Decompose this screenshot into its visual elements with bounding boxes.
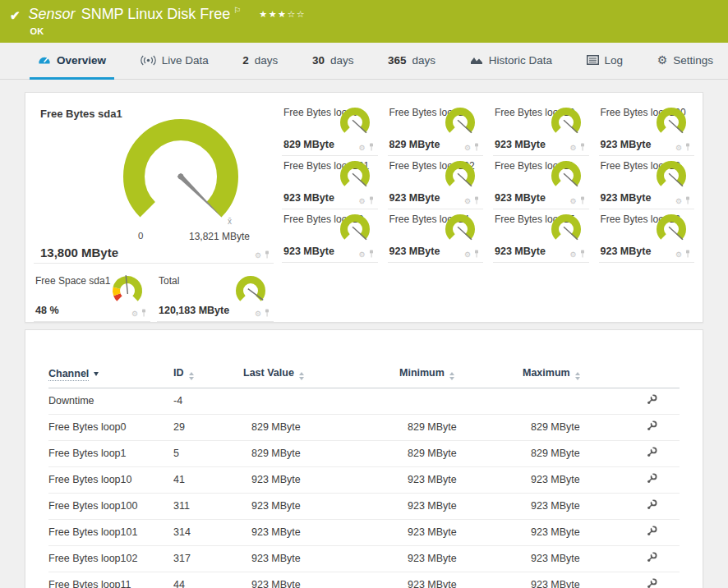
secondary-gauge-row: Free Space sda148 %⚙Total120,183 MByte⚙ — [34, 271, 274, 322]
sort-icon — [299, 372, 304, 380]
tab-365-days[interactable]: 365days — [380, 43, 444, 80]
column-header-last-value[interactable]: Last Value — [243, 363, 399, 388]
channel-cell: Free Bytes loop102 — [48, 546, 173, 572]
gauge-cell-free-bytes-loop1[interactable]: Free Bytes loop1829 MByte⚙ — [388, 103, 484, 156]
gauge-cell-free-bytes-loop0[interactable]: Free Bytes loop0829 MByte⚙ — [282, 103, 378, 156]
pin-icon[interactable] — [579, 196, 586, 206]
sensor-header: ✔ Sensor SNMP Linux Disk Free ⚐ ★★★☆☆ OK — [0, 0, 728, 43]
edit-channel-button[interactable] — [646, 551, 658, 566]
sort-icon — [189, 372, 194, 380]
gauge-value: 923 MByte — [283, 246, 334, 257]
gauge-cell-free-bytes-loop15[interactable]: Free Bytes loop15923 MByte⚙ — [493, 209, 589, 263]
pin-icon[interactable] — [264, 309, 270, 319]
pin-icon[interactable] — [473, 196, 480, 206]
gauge-cell-total[interactable]: Total120,183 MByte⚙ — [157, 271, 274, 322]
gear-icon[interactable]: ⚙ — [255, 252, 261, 260]
tab-2-days[interactable]: 2days — [234, 43, 286, 80]
gear-icon[interactable]: ⚙ — [675, 198, 682, 205]
last-value-cell: 923 MByte — [243, 494, 399, 520]
gauge-cell-free-bytes-loop101[interactable]: Free Bytes loop101923 MByte⚙ — [282, 156, 378, 209]
priority-stars[interactable]: ★★★☆☆ — [259, 9, 306, 20]
pin-icon[interactable] — [473, 143, 480, 153]
gear-icon[interactable]: ⚙ — [675, 251, 682, 259]
id-cell: 317 — [173, 546, 243, 572]
gear-icon[interactable]: ⚙ — [464, 145, 471, 152]
gear-icon[interactable]: ⚙ — [358, 145, 365, 152]
tab-log[interactable]: Log — [578, 43, 632, 80]
column-header-minimum[interactable]: Minimum — [399, 363, 523, 388]
gear-icon[interactable]: ⚙ — [131, 310, 138, 318]
pin-icon[interactable] — [684, 143, 691, 153]
gauge-cell-free-bytes-loop11[interactable]: Free Bytes loop11923 MByte⚙ — [493, 156, 589, 209]
gauge-dial-graphic — [439, 158, 478, 193]
gauge-dial-graphic — [439, 212, 478, 246]
channel-table: ChannelIDLast ValueMinimumMaximum Downti… — [48, 363, 680, 588]
gear-icon[interactable]: ⚙ — [569, 198, 576, 205]
pin-icon[interactable] — [684, 196, 691, 206]
pin-icon[interactable] — [368, 250, 375, 260]
flag-icon[interactable]: ⚐ — [233, 6, 241, 15]
edit-channel-button[interactable] — [646, 577, 658, 588]
tab-settings[interactable]: ⚙Settings — [649, 43, 721, 80]
gear-icon[interactable]: ⚙ — [464, 251, 471, 259]
tab-overview[interactable]: Overview — [30, 43, 114, 80]
edit-channel-button[interactable] — [646, 446, 658, 461]
column-header-id[interactable]: ID — [173, 363, 243, 388]
edit-channel-button[interactable] — [646, 472, 658, 487]
minimum-cell — [399, 388, 523, 415]
gauge-cell-free-bytes-loop14[interactable]: Free Bytes loop14923 MByte⚙ — [388, 209, 484, 263]
gauge-value: 923 MByte — [389, 192, 440, 204]
gauge-dial-graphic — [439, 105, 478, 140]
main-gauge-cell[interactable]: Free Bytes sda1 x̄ 0 13,821 MByte 13,800… — [34, 103, 274, 264]
edit-channel-button[interactable] — [646, 393, 658, 408]
pin-icon[interactable] — [579, 250, 586, 260]
column-label: Minimum — [399, 367, 445, 379]
tab-live-data[interactable]: Live Data — [132, 43, 217, 80]
gauge-actions: ⚙ — [464, 250, 480, 260]
primary-gauge-column: Free Bytes sda1 x̄ 0 13,821 MByte 13,800… — [34, 103, 274, 322]
pin-icon[interactable] — [141, 309, 147, 319]
pin-icon[interactable] — [473, 250, 480, 260]
gauge-cell-free-bytes-loop102[interactable]: Free Bytes loop102923 MByte⚙ — [388, 156, 484, 209]
tab-30-days[interactable]: 30days — [304, 43, 362, 80]
gauge-actions: ⚙ — [464, 143, 480, 153]
column-header-maximum[interactable]: Maximum — [523, 363, 646, 388]
pin-icon[interactable] — [264, 250, 270, 260]
tab-label: Historic Data — [489, 54, 552, 67]
main-gauge-dial: x̄ — [112, 114, 250, 234]
pin-icon[interactable] — [368, 143, 375, 153]
gauge-value: 829 MByte — [283, 139, 334, 150]
gauge-cell-free-space-sda1[interactable]: Free Space sda148 %⚙ — [34, 271, 150, 322]
gauge-value: 923 MByte — [601, 139, 652, 150]
gear-icon[interactable]: ⚙ — [569, 251, 576, 259]
column-header-channel[interactable]: Channel — [48, 363, 173, 388]
pin-icon[interactable] — [579, 143, 586, 153]
edit-channel-button[interactable] — [646, 420, 658, 434]
minimum-cell: 829 MByte — [399, 441, 523, 467]
average-marker: x̄ — [228, 217, 232, 226]
edit-channel-button[interactable] — [646, 498, 658, 513]
gear-icon[interactable]: ⚙ — [569, 145, 576, 152]
tab-historic-data[interactable]: Historic Data — [462, 43, 560, 80]
gear-icon[interactable]: ⚙ — [358, 198, 365, 205]
gauge-cell-free-bytes-loop100[interactable]: Free Bytes loop100923 MByte⚙ — [599, 103, 695, 156]
gauge-dial — [439, 158, 478, 196]
gauge-dial-graphic — [545, 158, 584, 193]
gear-icon[interactable]: ⚙ — [675, 145, 682, 152]
pin-icon[interactable] — [684, 250, 691, 260]
gauge-cell-free-bytes-loop12[interactable]: Free Bytes loop12923 MByte⚙ — [599, 156, 695, 209]
edit-channel-button[interactable] — [646, 525, 658, 540]
gauge-dial — [439, 212, 478, 250]
channel-table-panel: ChannelIDLast ValueMinimumMaximum Downti… — [25, 329, 703, 588]
gear-icon[interactable]: ⚙ — [358, 251, 365, 259]
gauge-value: 923 MByte — [389, 246, 440, 257]
minimum-cell: 829 MByte — [399, 415, 523, 441]
gauge-value: 120,183 MByte — [159, 305, 229, 316]
gauge-cell-free-bytes-loop13[interactable]: Free Bytes loop13923 MByte⚙ — [282, 209, 378, 263]
scale-max-label: 13,821 MByte — [189, 231, 250, 242]
gear-icon[interactable]: ⚙ — [464, 198, 471, 205]
gear-icon[interactable]: ⚙ — [255, 310, 261, 318]
pin-icon[interactable] — [368, 196, 375, 206]
gauge-cell-free-bytes-loop10[interactable]: Free Bytes loop10923 MByte⚙ — [493, 103, 589, 156]
gauge-cell-free-bytes-loop16[interactable]: Free Bytes loop16923 MByte⚙ — [599, 209, 695, 263]
